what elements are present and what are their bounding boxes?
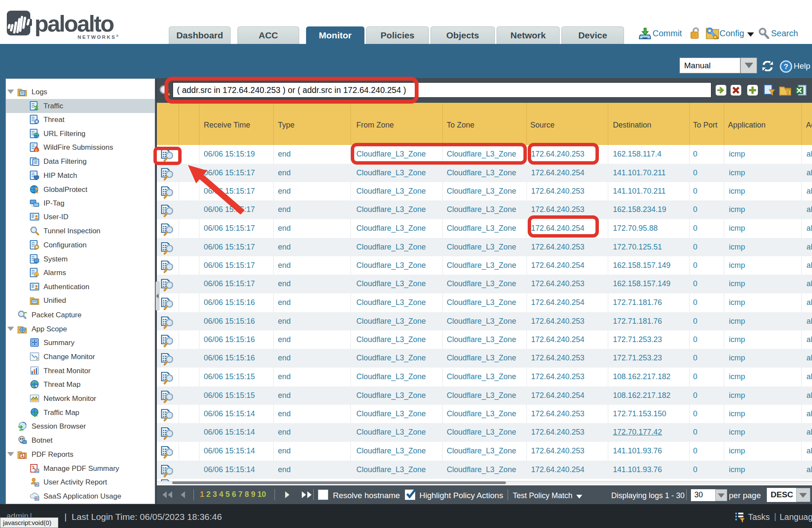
- svg-text:?: ?: [784, 63, 788, 71]
